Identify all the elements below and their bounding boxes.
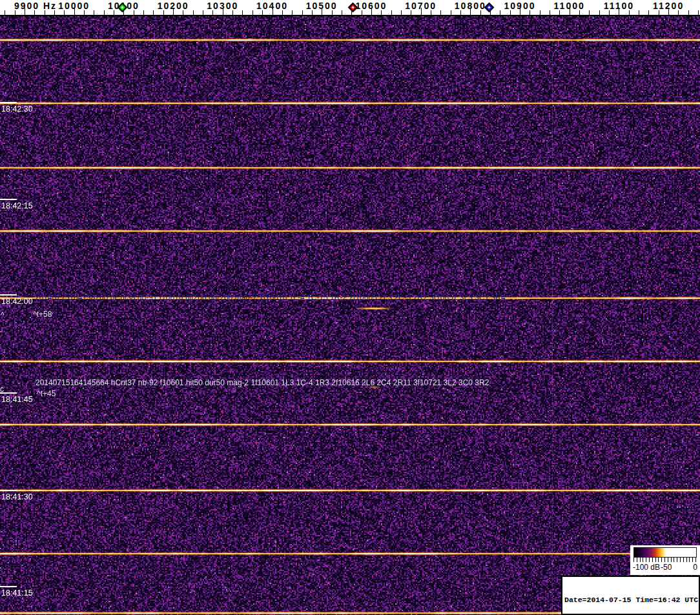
ruler-tick [589,10,590,15]
ruler-tick [45,10,45,15]
freq-label: 11200 [653,1,684,11]
annotation-text: ^t+45 [37,389,56,398]
ruler-tick [540,10,540,15]
info-line-date: Date=2014-07-15 Time=16:42 UTC [564,596,697,605]
ruler-tick [401,10,402,15]
ruler-tick [183,10,183,15]
info-box: Date=2014-07-15 Time=16:42 UTC Freq=143 … [561,576,700,615]
freq-label: 10200 [158,1,189,11]
colorbar-ticks [633,558,697,563]
ruler-tick [550,10,550,15]
time-tick [0,102,17,103]
colorbar-tick [683,558,684,562]
ruler-tick [629,10,630,15]
colorbar-tick [668,558,668,562]
ruler-tick [342,10,342,15]
time-label: 18:41:15 [1,589,33,598]
ruler-tick [391,10,392,15]
colorbar-tick [661,558,662,562]
ruler-tick [282,10,283,15]
ruler-tick [292,10,293,15]
ruler-tick [104,10,105,15]
ruler-tick [312,10,313,15]
ruler-tick [153,10,154,15]
time-label: 18:42:00 [1,297,33,306]
ruler-tick [54,10,55,15]
colorbar-labels: -100 dB -50 0 [630,563,700,574]
colorbar-tick [689,558,690,562]
ruler-tick [114,10,114,15]
time-label: 18:41:30 [1,492,33,501]
ruler-tick [163,10,164,15]
colorbar-label-min: -100 dB [633,563,660,572]
ruler-tick [579,10,580,15]
ruler-tick [143,10,144,15]
colorbar-tick [677,558,677,562]
ruler-tick [332,10,333,15]
colorbar-tick [680,558,681,562]
spectrogram-display: 9900 Hz100001010010200103001040010500106… [0,0,700,615]
ruler-tick [440,10,441,15]
ruler-tick [659,10,659,15]
annotation-text: 20140715164145664 hCnt37 nb-92 f10601 hi… [36,378,489,387]
freq-label: 9900 Hz [14,1,57,11]
colorbar-tick [633,558,634,562]
time-label: 18:42:15 [1,201,33,210]
ruler-tick [64,10,65,15]
freq-label: 10800 [455,1,486,11]
colorbar-tick [652,558,653,562]
ruler-tick [252,10,253,15]
colorbar-label-max: 0 [693,563,697,572]
ruler-tick [193,10,194,15]
ruler-tick [648,10,649,15]
time-label: 18:41:45 [1,395,33,404]
ruler-tick [262,10,263,15]
time-tick [0,586,17,587]
freq-label: 10700 [405,1,437,11]
ruler-tick [94,10,94,15]
ruler-tick [431,10,431,15]
colorbar-tick [686,558,687,562]
colorbar-tick [664,558,665,562]
freq-label: 11100 [604,1,634,11]
ruler-tick [510,10,511,15]
freq-label: 10900 [504,1,536,11]
ruler-tick [480,10,481,15]
colorbar-tick [658,558,659,562]
freq-label: 10000 [58,1,90,11]
annotation-text: ^ [1,310,5,319]
ruler-tick [639,10,639,15]
ruler-tick [678,10,679,15]
colorbar-tick [640,558,641,562]
time-tick [0,199,17,200]
ruler-tick [460,10,461,15]
ruler-tick [411,10,411,15]
time-tick [0,294,17,296]
time-tick [0,490,17,491]
colorbar-tick [671,558,672,562]
ruler-tick [530,10,530,15]
marker-dot [488,6,490,8]
time-label: 18:42:30 [1,105,33,114]
marker-dot [351,6,354,8]
ruler-tick [559,10,560,15]
ruler-tick [688,10,689,15]
freq-label: 10300 [207,1,238,11]
colorbar-gradient [633,547,697,558]
colorbar-panel: -100 dB -50 0 [630,545,700,575]
colorbar-tick [655,558,656,562]
freq-label: 11000 [554,1,585,11]
ruler-tick [242,10,243,15]
marker-dot [121,6,123,8]
colorbar-tick [646,558,646,562]
ruler-tick [134,10,134,15]
frequency-ruler: 9900 Hz100001010010200103001040010500106… [0,0,700,16]
colorbar-tick [649,558,650,562]
colorbar-tick [692,558,693,562]
freq-label: 10600 [355,1,387,11]
ruler-tick [212,10,213,15]
annotation-text: ^t+58 [33,310,52,319]
ruler-tick [5,10,5,15]
freq-label: 10500 [306,1,338,11]
annotation-text: 20140715164138260 hCnt38 nb-91 f10616 hi… [35,293,506,302]
